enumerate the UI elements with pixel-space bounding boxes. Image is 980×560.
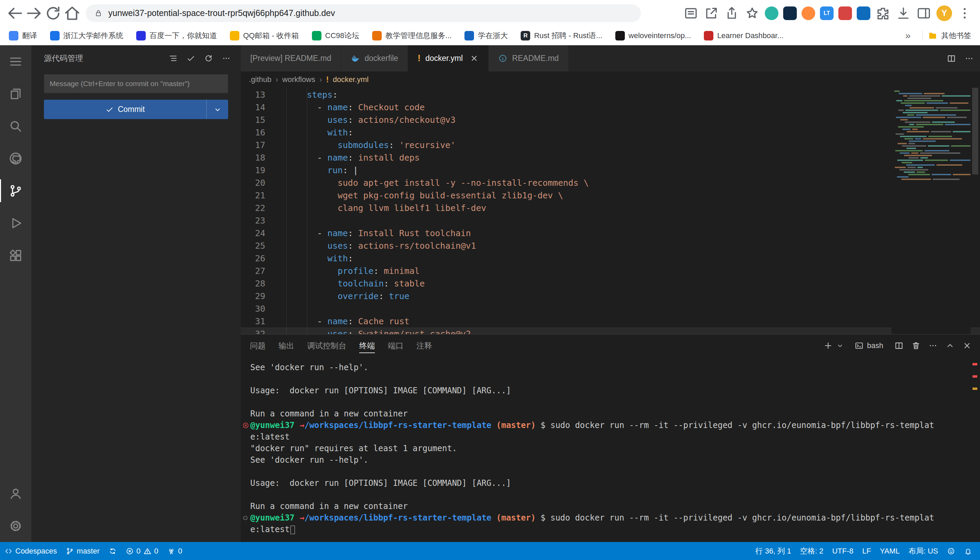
breadcrumb-file[interactable]: docker.yml [333, 75, 368, 84]
tab-docker.yml[interactable]: !docker.yml [408, 45, 488, 72]
cursor-position[interactable]: 行 36, 列 1 [751, 542, 796, 560]
bookmark-item[interactable]: QQ邮箱 - 收件箱 [230, 31, 299, 41]
editor-more-actions-icon[interactable] [964, 54, 974, 63]
languagetool-extension-icon[interactable]: LT [820, 7, 834, 20]
warning-icon [143, 547, 152, 555]
close-icon[interactable] [470, 54, 479, 63]
terminal-profile-dropdown[interactable] [836, 342, 844, 349]
blue-grid-extension-icon[interactable] [857, 7, 870, 20]
refresh-icon[interactable] [201, 52, 216, 66]
panel-tab[interactable]: 调试控制台 [307, 335, 346, 357]
eol[interactable]: LF [858, 542, 875, 560]
codespaces-indicator-label: Codespaces [15, 547, 57, 556]
sidebar-toggle-icon[interactable] [916, 5, 932, 21]
commit-button[interactable]: Commit [44, 100, 228, 119]
extensions-icon [8, 248, 23, 263]
tab-readme.md[interactable]: README.md [488, 45, 569, 72]
browser-menu-icon[interactable] [957, 5, 973, 21]
account-button[interactable] [0, 477, 31, 510]
back-button[interactable] [5, 4, 25, 23]
panel-tab[interactable]: 端口 [388, 335, 403, 357]
bookmarks-overflow-button[interactable]: » [899, 30, 916, 41]
home-button[interactable] [63, 4, 82, 23]
deepl-extension-icon[interactable] [783, 7, 797, 20]
github-button[interactable] [0, 142, 31, 175]
terminal[interactable]: See 'docker run --help'.Usage: docker ru… [241, 357, 980, 542]
tab-dockerfile[interactable]: dockerfile [341, 45, 408, 72]
editor-scrollbar[interactable] [970, 88, 980, 334]
commit-action-icon[interactable] [184, 52, 198, 66]
more-actions-icon[interactable] [219, 52, 233, 66]
run-debug-button[interactable] [0, 207, 31, 239]
sync-button[interactable] [104, 542, 121, 560]
collections-icon[interactable] [683, 5, 699, 21]
share-icon[interactable] [724, 5, 739, 21]
new-terminal-button[interactable] [823, 341, 833, 350]
url-text[interactable]: yunwei37-potential-space-trout-rpr5qwj66… [108, 8, 335, 18]
ports-indicator[interactable]: 0 [163, 542, 187, 560]
breadcrumb-item[interactable]: .github [249, 75, 271, 84]
panel-more-actions-button[interactable] [928, 341, 938, 350]
panel-tab[interactable]: 问题 [250, 335, 266, 357]
bookmark-item[interactable]: 浙江大学邮件系统 [50, 31, 123, 41]
extensions-button[interactable] [0, 239, 31, 272]
downloads-icon[interactable] [896, 5, 911, 21]
open-in-new-icon[interactable] [704, 5, 719, 21]
commit-button-main[interactable]: Commit [44, 100, 206, 119]
close-panel-button[interactable] [962, 341, 972, 350]
bookmark-item[interactable]: 教学管理信息服务... [372, 31, 452, 41]
breadcrumb-item[interactable]: workflows [282, 75, 315, 84]
source-control-button[interactable] [0, 175, 31, 207]
puzzle-icon[interactable] [875, 5, 891, 21]
view-as-list-icon[interactable] [166, 52, 180, 66]
branch-indicator[interactable]: master [61, 542, 104, 560]
url-bar[interactable]: yunwei37-potential-space-trout-rpr5qwj66… [86, 4, 641, 22]
teal-extension-icon[interactable] [765, 7, 778, 20]
forward-button[interactable] [25, 4, 43, 23]
split-terminal-button[interactable] [894, 341, 904, 350]
editor-line: 19 run: | [241, 164, 980, 177]
panel-tab[interactable]: 终端 [359, 335, 375, 357]
panel-tab[interactable]: 输出 [279, 335, 294, 357]
red-extension-icon[interactable] [838, 7, 852, 20]
bookmark-item[interactable]: CC98论坛 [312, 31, 359, 41]
kill-terminal-button[interactable] [911, 341, 921, 350]
commit-dropdown-button[interactable] [206, 100, 228, 119]
menu-button[interactable] [0, 45, 31, 78]
explorer-button[interactable] [0, 78, 31, 110]
editor-line: 21 wget pkg-config build-essential zlib1… [241, 189, 980, 202]
language-mode[interactable]: YAML [875, 542, 904, 560]
problems-indicator[interactable]: 00 [121, 542, 163, 560]
indentation[interactable]: 空格: 2 [796, 542, 828, 560]
reload-button[interactable] [43, 4, 63, 23]
panel-tab[interactable]: 注释 [416, 335, 432, 357]
codespaces-indicator[interactable]: Codespaces [0, 542, 61, 560]
statusbar-left: Codespacesmaster000 [0, 542, 187, 560]
commit-message-input[interactable] [44, 74, 228, 93]
bookmark-item[interactable]: 百度一下，你就知道 [136, 31, 217, 41]
tab--preview-readme.md[interactable]: [Preview] README.md [241, 45, 341, 72]
status-bar: Codespacesmaster000 行 36, 列 1空格: 2UTF-8L… [0, 542, 980, 560]
settings-button[interactable] [0, 510, 31, 542]
maximize-panel-button[interactable] [945, 341, 955, 350]
notifications-button[interactable] [960, 542, 977, 560]
bookmark-item[interactable]: 翻译 [9, 31, 37, 41]
bookmark-item[interactable]: RRust 招聘 - Rust语... [521, 31, 602, 41]
code-editor[interactable]: 13 steps:14 - name: Checkout code15 uses… [241, 88, 980, 334]
bookmark-star-icon[interactable] [744, 5, 760, 21]
profile-avatar[interactable]: Y [937, 5, 952, 21]
keyboard-layout[interactable]: 布局: US [904, 542, 943, 560]
feedback-button[interactable] [943, 542, 960, 560]
scrollbar-slider[interactable] [972, 88, 978, 175]
bookmark-item[interactable]: weloveinterns/op... [615, 31, 691, 40]
terminal-instance-item[interactable]: bash [851, 340, 887, 352]
other-bookmarks-button[interactable]: 其他书签 [928, 31, 971, 41]
bookmark-item[interactable]: 学在浙大 [465, 31, 508, 41]
bookmark-item[interactable]: Learner Dashboar... [704, 31, 783, 40]
orange-extension-icon[interactable] [801, 7, 815, 20]
sidebar-header-actions [166, 52, 233, 66]
split-editor-icon[interactable] [947, 54, 956, 63]
minimap[interactable] [891, 88, 970, 334]
encoding[interactable]: UTF-8 [828, 542, 858, 560]
search-button[interactable] [0, 110, 31, 142]
